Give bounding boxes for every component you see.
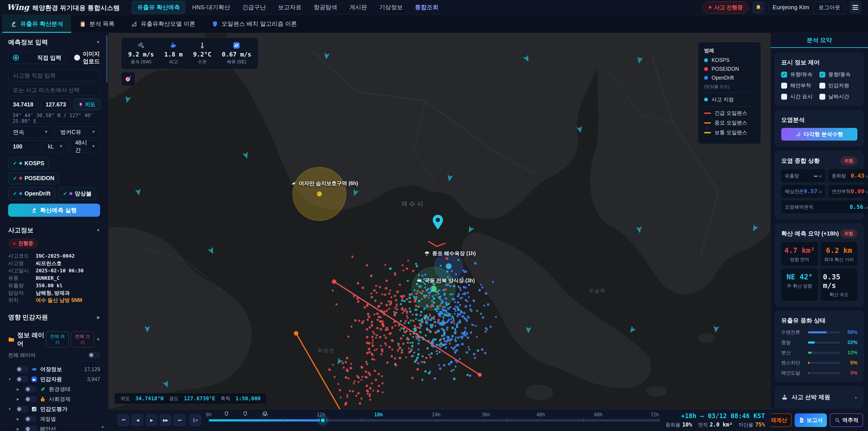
impact-section-header[interactable]: 영향 민감자원 ▶ xyxy=(8,313,100,321)
layer-tree-item-1[interactable]: ▼민감자원3,947 xyxy=(8,374,100,384)
timeline-track[interactable] xyxy=(209,419,659,422)
model-chip-앙상블[interactable]: ✓앙상블 xyxy=(58,187,96,200)
layer-tree-item-3[interactable]: ▶$사회경제 xyxy=(8,394,100,404)
notifications-button[interactable] xyxy=(752,2,764,13)
incident-name-input[interactable] xyxy=(8,70,100,81)
layer-toggle[interactable] xyxy=(16,366,28,372)
toolbar-tab-3[interactable]: 오일펜스 배치 알고리즘 이론 xyxy=(204,15,305,33)
all-layers-toggle[interactable] xyxy=(88,352,100,358)
longitude-input[interactable] xyxy=(41,98,71,110)
layer-toggle[interactable] xyxy=(16,406,28,412)
site-label-0[interactable]: 여자만 습지보호구역 (6h) xyxy=(291,180,358,187)
skip-start-button[interactable]: ⏮ xyxy=(118,414,129,426)
fence-deploy-marker-0[interactable] xyxy=(224,411,229,417)
toolbar-tab-0[interactable]: 유출유 확산분석 xyxy=(2,15,71,33)
skip-end-button[interactable]: ⏭ xyxy=(174,414,185,426)
pick-on-map-button[interactable]: 지도 xyxy=(73,98,100,110)
unit-select[interactable]: kL▼ xyxy=(43,141,68,152)
nav-item-4[interactable]: 항공탐색 xyxy=(308,1,343,14)
run-button-label: 확산예측 실행 xyxy=(40,206,77,214)
info-value: 남해청, 방재과 xyxy=(36,289,70,297)
fence-deploy-marker-1[interactable] xyxy=(243,411,248,417)
fence-deploy-marker-2[interactable] xyxy=(263,411,268,417)
site-label-1[interactable]: 종포 해수욕장 (1h) xyxy=(424,250,476,257)
weathering-bar-증발: 증발22% xyxy=(781,339,857,345)
display-check-0[interactable]: ✓유향/유속 xyxy=(781,71,819,78)
run-prediction-button[interactable]: 확산예측 실행 xyxy=(8,204,100,217)
display-check-5[interactable]: 날짜시간 xyxy=(819,93,858,100)
polygon-analysis-button[interactable]: 다각형 분석수행 xyxy=(781,128,857,141)
predict-input-section-header[interactable]: 예측정보 입력 ▼ xyxy=(8,38,100,47)
site-label-2[interactable]: 국동 전복 양식장 (3h) xyxy=(416,277,475,284)
model-chip-KOSPS[interactable]: ✓KOSPS xyxy=(8,157,49,169)
nav-item-1[interactable]: HNS·대기확산 xyxy=(187,1,236,14)
layers-all-off-button[interactable]: 전체 끄기 xyxy=(71,332,94,347)
chevron-right-icon[interactable]: ▶ xyxy=(17,388,22,391)
duration-select[interactable]: 48시간▼ xyxy=(70,141,100,152)
incident-section-header[interactable]: 사고정보 ▼ xyxy=(8,226,100,235)
chevron-down-icon: ▼ xyxy=(96,337,100,342)
layer-toggle[interactable] xyxy=(25,416,37,422)
forecast-tile-확산 속도: 0.35 m/s확산 속도 xyxy=(821,269,858,301)
nav-item-5[interactable]: 게시판 xyxy=(344,1,373,14)
logout-button[interactable]: 로그아웃 xyxy=(813,1,845,13)
display-check-1[interactable]: ✓풍향/풍속 xyxy=(819,71,858,78)
layer-tree-item-2[interactable]: ▶환경생태 xyxy=(8,384,100,394)
sidebar-scrollbar[interactable] xyxy=(106,35,107,83)
nav-item-2[interactable]: 긴급구난 xyxy=(237,1,271,14)
display-check-2[interactable]: 해안부착 xyxy=(781,82,819,89)
chevron-right-icon[interactable]: ▶ xyxy=(17,417,22,421)
layer-tree-item-0[interactable]: 어장정보17,129 xyxy=(8,364,100,374)
layer-toggle[interactable] xyxy=(25,426,37,431)
spill-type-select[interactable]: 연속▼ xyxy=(8,126,53,138)
radio-0[interactable]: 직접 입력 xyxy=(8,52,66,63)
layer-toggle[interactable] xyxy=(16,376,28,382)
map-canvas[interactable]: 9.2 m/s풍속 (SW)1.8 m파고9.2°C수온0.67 m/s해류 (… xyxy=(108,33,770,409)
action-button-보고서[interactable]: 보고서 xyxy=(795,413,827,427)
logo-mark: Wing xyxy=(7,3,29,12)
play-button[interactable]: ▶ xyxy=(146,414,157,426)
amount-input[interactable] xyxy=(8,141,40,152)
display-check-3[interactable]: 민감자원 xyxy=(819,82,858,89)
layer-tree-item-5[interactable]: ▶계절별 xyxy=(8,414,100,424)
nav-item-7[interactable]: 통합조회 xyxy=(410,1,444,14)
oil-type-select[interactable]: 벙커C유▼ xyxy=(56,126,100,138)
fast-forward-button[interactable]: ▶▶ xyxy=(160,414,171,426)
chevron-right-icon[interactable]: ▶ xyxy=(17,427,22,431)
incident-list-input[interactable] xyxy=(8,84,100,96)
model-chip-OpenDrift[interactable]: ✓OpenDrift xyxy=(8,187,55,200)
nav-item-6[interactable]: 기상정보 xyxy=(374,1,408,14)
chevron-down-icon[interactable]: ▼ xyxy=(8,377,13,381)
chevron-right-icon[interactable]: ▶ xyxy=(17,397,22,401)
recenter-incident-button[interactable] xyxy=(121,72,135,86)
model-chip-POSEIDON[interactable]: ✓POSEIDON xyxy=(8,172,59,184)
info-value: INC-2025-0042 xyxy=(36,252,74,260)
timeline-handle[interactable] xyxy=(320,418,326,423)
display-check-4[interactable]: 시간 표시 xyxy=(781,93,819,100)
layer-toggle[interactable] xyxy=(25,396,37,402)
latitude-input[interactable] xyxy=(8,98,38,110)
toolbar-tab-2[interactable]: 유출유확산모델 이론 xyxy=(123,15,203,33)
chevron-down-icon[interactable]: ▼ xyxy=(8,407,13,411)
collapsed-card-0[interactable]: 사고 선박 제원▸ xyxy=(775,386,864,408)
radio-1[interactable]: 이미지 업로드 xyxy=(74,50,100,65)
info-label: 담당자 xyxy=(8,289,36,297)
layer-toggle[interactable] xyxy=(25,386,37,392)
risk-badge: 위험 xyxy=(840,229,857,238)
map-pin-icon xyxy=(78,102,83,107)
layer-tree-item-6[interactable]: ▶해안선 xyxy=(8,424,100,431)
menu-button[interactable] xyxy=(849,2,861,13)
nav-item-3[interactable]: 보고자료 xyxy=(273,1,307,14)
layers-all-on-button[interactable]: 전체 켜기 xyxy=(46,332,69,347)
step-back-button[interactable]: ◀ xyxy=(131,414,143,426)
layer-tree-item-4[interactable]: ▼민감도평가 xyxy=(8,404,100,414)
speed-button[interactable]: 1× xyxy=(189,414,201,426)
nav-item-0[interactable]: 유출유 확산예측 xyxy=(132,1,185,14)
action-button-역추적[interactable]: 역추적 xyxy=(830,413,863,427)
tab-analysis-summary[interactable]: 분석 요약 xyxy=(771,33,868,48)
bar-percent: 3% xyxy=(843,370,857,376)
layers-section-header[interactable]: 정보 레이어 전체 켜기 전체 끄기 ▼ xyxy=(8,331,100,348)
map-button-label: 지도 xyxy=(85,101,95,108)
timeline-track-area[interactable]: 0h6h12h18h24h36h48h60h72h xyxy=(209,409,659,431)
toolbar-tab-1[interactable]: 분석 목록 xyxy=(71,15,123,33)
